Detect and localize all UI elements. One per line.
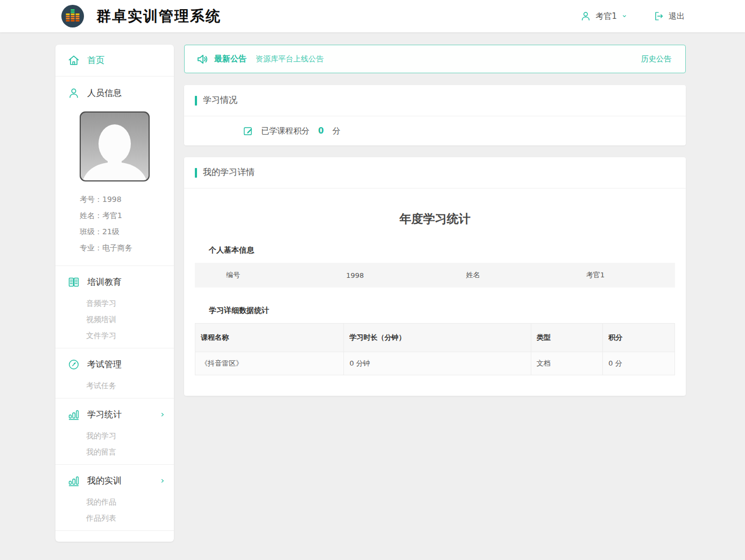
avatar <box>80 111 150 184</box>
study-status-header: 学习情况 <box>184 85 686 116</box>
logout-button[interactable]: 退出 <box>653 10 685 22</box>
basic-info-value: 考官1 <box>555 270 675 280</box>
main-content: 最新公告 资源库平台上线公告 历史公告 学习情况 已学课程积分 0 分 <box>184 45 686 396</box>
profile-info-line: 班级：21级 <box>80 223 174 240</box>
score-label: 已学课程积分 <box>261 126 310 136</box>
sidebar-subitem-my-works[interactable]: 我的作品 <box>55 494 174 510</box>
sidebar-subitem-video[interactable]: 视频培训 <box>55 311 174 327</box>
sidebar-subitem-file[interactable]: 文件学习 <box>55 327 174 344</box>
clock-icon <box>67 358 80 371</box>
cell-course-name: 《抖音雷区》 <box>195 352 344 375</box>
study-detail-table: 课程名称 学习时长（分钟） 类型 积分 《抖音雷区》 0 分钟 文档 0 分 <box>195 323 675 375</box>
title-bar-accent <box>195 96 197 106</box>
sidebar-item-training[interactable]: 培训教育 <box>55 269 174 295</box>
sidebar-item-my-practice[interactable]: 我的实训 <box>55 468 174 494</box>
basic-info-row: 编号 1998 姓名 考官1 <box>195 263 675 288</box>
profile-info-line: 考号：1998 <box>80 191 174 207</box>
sidebar-item-label: 学习统计 <box>87 409 122 421</box>
sidebar-item-study-stats[interactable]: 学习统计 <box>55 402 174 428</box>
table-title: 学习详细数据统计 <box>195 306 675 316</box>
cell-score: 0 分 <box>603 352 675 375</box>
bar-chart-icon <box>67 408 80 421</box>
cell-duration: 0 分钟 <box>344 352 531 375</box>
study-detail-header: 我的学习详情 <box>184 157 686 188</box>
study-status-body: 已学课程积分 0 分 <box>184 116 686 145</box>
study-status-panel: 学习情况 已学课程积分 0 分 <box>184 85 686 145</box>
user-icon <box>580 10 592 22</box>
user-name: 考官1 <box>595 11 617 22</box>
score-unit: 分 <box>332 126 340 136</box>
basic-info-value: 1998 <box>315 271 435 279</box>
sidebar-item-exam[interactable]: 考试管理 <box>55 352 174 377</box>
user-menu[interactable]: 考官1 <box>580 10 628 22</box>
table-header-row: 课程名称 学习时长（分钟） 类型 积分 <box>195 324 675 352</box>
notice-label: 最新公告 <box>214 54 247 64</box>
sidebar-item-label: 考试管理 <box>87 359 122 370</box>
sidebar-item-label: 培训教育 <box>87 277 122 288</box>
sidebar-section-study-stats: 学习统计 我的学习 我的留言 <box>55 398 174 465</box>
column-header: 积分 <box>603 324 675 352</box>
sidebar-item-label: 我的实训 <box>87 475 122 487</box>
sidebar-item-label: 人员信息 <box>87 88 122 99</box>
sidebar-item-profile[interactable]: 人员信息 <box>55 76 174 108</box>
column-header: 类型 <box>531 324 603 352</box>
score-value: 0 <box>318 126 324 136</box>
report-title: 年度学习统计 <box>195 211 675 227</box>
brand: 群卓实训管理系统 <box>61 4 221 28</box>
notice-bar: 最新公告 资源库平台上线公告 历史公告 <box>184 45 686 73</box>
sidebar-section-exam: 考试管理 考试任务 <box>55 348 174 398</box>
column-header: 课程名称 <box>195 324 344 352</box>
chevron-right-icon <box>159 411 166 418</box>
app-header: 群卓实训管理系统 考官1 <box>0 0 745 32</box>
profile-info-line: 姓名：考官1 <box>80 207 174 223</box>
profile-info: 考号：1998 姓名：考官1 班级：21级 专业：电子商务 <box>55 191 174 265</box>
notice-link[interactable]: 资源库平台上线公告 <box>256 54 324 64</box>
app-logo-icon <box>61 4 85 28</box>
person-icon <box>67 87 80 100</box>
cell-type: 文档 <box>531 352 603 375</box>
sidebar-item-home[interactable]: 首页 <box>55 45 174 76</box>
sidebar-subitem-audio[interactable]: 音频学习 <box>55 295 174 311</box>
column-header: 学习时长（分钟） <box>344 324 531 352</box>
sidebar-subitem-my-study[interactable]: 我的学习 <box>55 428 174 444</box>
basic-info-title: 个人基本信息 <box>195 246 675 255</box>
panel-title: 我的学习详情 <box>203 167 255 178</box>
app-title: 群卓实训管理系统 <box>96 6 221 26</box>
title-bar-accent <box>195 168 197 178</box>
logout-label: 退出 <box>669 11 685 22</box>
chevron-down-icon <box>621 12 628 20</box>
basic-info-label: 编号 <box>195 270 315 280</box>
sidebar-subitem-exam-task[interactable]: 考试任务 <box>55 377 174 394</box>
sidebar-subitem-my-message[interactable]: 我的留言 <box>55 444 174 460</box>
basic-info-label: 姓名 <box>435 270 555 280</box>
edit-icon <box>242 125 254 137</box>
history-notice-link[interactable]: 历史公告 <box>641 54 671 64</box>
page-footer: 版权所有 ©Copyright 2009 - 2020. 56sucai.com… <box>0 542 745 560</box>
sidebar-section-training: 培训教育 音频学习 视频培训 文件学习 <box>55 266 174 348</box>
chevron-right-icon <box>159 477 166 485</box>
sidebar: 首页 人员信息 <box>55 45 174 542</box>
table-row: 《抖音雷区》 0 分钟 文档 0 分 <box>195 352 675 375</box>
panel-title: 学习情况 <box>203 95 237 106</box>
speaker-icon <box>195 52 209 66</box>
sidebar-subitem-works-list[interactable]: 作品列表 <box>55 510 174 526</box>
logout-icon <box>653 10 665 22</box>
bar-chart-icon <box>67 474 80 487</box>
sidebar-item-label: 首页 <box>87 55 104 66</box>
book-icon <box>67 276 80 289</box>
home-icon <box>67 54 80 67</box>
study-detail-panel: 我的学习详情 年度学习统计 个人基本信息 编号 1998 姓名 考官1 学习详细… <box>184 157 686 396</box>
profile-info-line: 专业：电子商务 <box>80 240 174 256</box>
sidebar-section-my-practice: 我的实训 我的作品 作品列表 <box>55 465 174 531</box>
